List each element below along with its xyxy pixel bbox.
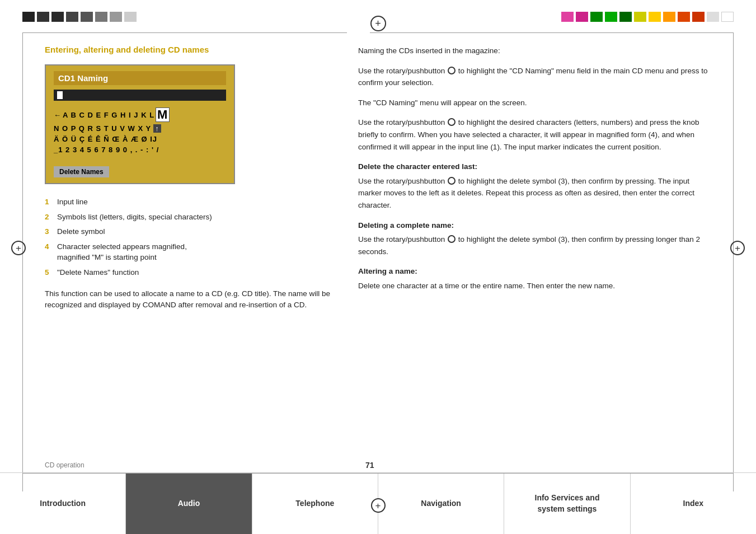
- strip-block: [81, 12, 93, 22]
- cd-input-line: [54, 90, 226, 101]
- knob-icon: [448, 235, 456, 243]
- nav-item-telephone[interactable]: Telephone: [252, 473, 378, 534]
- footer-page-number: 71: [365, 461, 374, 470]
- strip-block: [110, 12, 122, 22]
- nav-item-navigation[interactable]: Navigation: [378, 473, 504, 534]
- page-footer: CD operation 71: [45, 461, 711, 470]
- section-title: Entering, altering and deleting CD names: [45, 45, 336, 54]
- strip-block: [634, 12, 646, 22]
- subsection-delete-last: Delete the character entered last:: [358, 161, 711, 173]
- right-column: Naming the CDs inserted in the magazine:…: [358, 45, 711, 467]
- strip-block: [663, 12, 675, 22]
- strip-block: [95, 12, 107, 22]
- subsection-alter: Altering a name:: [358, 265, 711, 278]
- border-line: [22, 32, 23, 491]
- char-highlight: ↑: [153, 124, 161, 133]
- list-item: 5 "Delete Names" function: [45, 267, 336, 278]
- paragraph-delete-last: Use the rotary/pushbutton to highlight t…: [358, 175, 711, 212]
- paragraph-alter: Delete one character at a time or the en…: [358, 280, 711, 292]
- list-item: 4 Character selected appears magnified,m…: [45, 241, 336, 263]
- knob-icon: [448, 177, 456, 185]
- char-row-2: N O P Q R S T U V W X Y ↑: [54, 123, 226, 134]
- paragraph-3: Use the rotary/pushbutton to highlight t…: [358, 116, 711, 153]
- knob-icon: [448, 118, 456, 126]
- nav-border: [22, 473, 734, 474]
- top-bar: [0, 0, 756, 34]
- strip-block: [649, 12, 661, 22]
- delete-names-button[interactable]: Delete Names: [54, 166, 109, 177]
- strip-block: [619, 12, 632, 22]
- char-row-4: _1 2 3 4 5 6 7 8 9 0 , . - : ' /: [54, 144, 226, 155]
- border-line: [370, 32, 734, 33]
- crosshair-bottom: [371, 498, 386, 513]
- footer-section-label: CD operation: [45, 461, 84, 469]
- knob-icon: [448, 67, 456, 74]
- main-content: Entering, altering and deleting CD names…: [45, 45, 711, 467]
- strip-block: [678, 12, 690, 22]
- strip-block: [576, 12, 588, 22]
- strip-block: [721, 12, 734, 22]
- nav-item-audio[interactable]: Audio: [126, 473, 252, 534]
- paragraph-delete-complete: Use the rotary/pushbutton to highlight t…: [358, 233, 711, 257]
- numbered-list: 1 Input line 2 Symbols list (letters, di…: [45, 196, 336, 278]
- strip-block: [66, 12, 78, 22]
- crosshair-top: [370, 16, 386, 31]
- list-item: 3 Delete symbol: [45, 226, 336, 237]
- strip-block: [707, 12, 719, 22]
- strip-block: [561, 12, 574, 22]
- strip-block: [605, 12, 617, 22]
- border-line: [733, 32, 734, 491]
- char-selected: M: [156, 107, 170, 122]
- list-item: 1 Input line: [45, 196, 336, 208]
- color-strip-left: [22, 12, 137, 22]
- strip-block: [124, 12, 137, 22]
- crosshair-right: [730, 241, 745, 255]
- cd-display-title: CD1 Naming: [54, 71, 226, 85]
- strip-block: [51, 12, 64, 22]
- nav-item-introduction[interactable]: Introduction: [0, 473, 126, 534]
- border-line: [22, 32, 347, 33]
- color-strip-right: [561, 12, 734, 22]
- paragraph-2: The "CD Naming" menu will appear on the …: [358, 97, 711, 109]
- char-row-3: Ä Ö Ü Ç É Ê Ñ Œ À Æ Ø IJ: [54, 134, 226, 144]
- nav-item-info-services[interactable]: Info Services andsystem settings: [504, 473, 630, 534]
- strip-block: [692, 12, 705, 22]
- body-text: This function can be used to allocate a …: [45, 288, 336, 312]
- list-item: 2 Symbols list (letters, digits, special…: [45, 212, 336, 223]
- cd-display: CD1 Naming ← A B C D E F G H I J K L M N…: [45, 64, 235, 184]
- strip-block: [22, 12, 35, 22]
- strip-block: [590, 12, 603, 22]
- crosshair-left: [11, 241, 26, 255]
- nav-item-index[interactable]: Index: [631, 473, 756, 534]
- strip-block: [37, 12, 49, 22]
- intro-text: Naming the CDs inserted in the magazine:: [358, 45, 711, 57]
- left-column: Entering, altering and deleting CD names…: [45, 45, 336, 467]
- char-row-1: ← A B C D E F G H I J K L M: [54, 106, 226, 123]
- paragraph-1: Use the rotary/pushbutton to highlight t…: [358, 65, 711, 89]
- input-cursor: [57, 91, 63, 99]
- subsection-delete-complete: Deleting a complete name:: [358, 219, 711, 232]
- left-arrow-icon: ←: [54, 111, 62, 119]
